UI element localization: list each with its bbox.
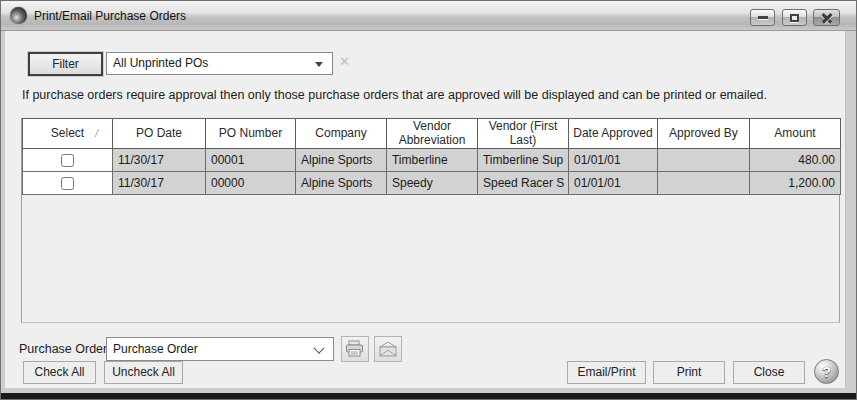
column-header-select[interactable]: Select / <box>23 119 113 149</box>
clear-filter-icon: ✕ <box>339 54 353 72</box>
column-header-approved-by[interactable]: Approved By <box>657 119 749 149</box>
help-button[interactable]: ? <box>814 359 839 384</box>
envelope-icon <box>378 341 398 357</box>
po-table: Select / PO Date PO Number Company Vendo… <box>22 118 841 195</box>
purchase-order-dropdown[interactable]: Purchase Order <box>106 337 334 361</box>
dialog-content: Filter All Unprinted POs ✕ If purchase o… <box>5 31 846 388</box>
table-row: 11/30/17 00001 Alpine Sports Timberline … <box>23 149 841 172</box>
approval-instruction-text: If purchase orders require approval then… <box>22 88 832 102</box>
cell-amount: 1,200.00 <box>749 172 840 195</box>
column-header-vendor-abbreviation[interactable]: Vendor Abbreviation <box>386 119 477 149</box>
column-header-amount[interactable]: Amount <box>749 119 840 149</box>
purchase-orders-grid: Select / PO Date PO Number Company Vendo… <box>21 118 840 323</box>
bottom-edge-strip <box>1 393 856 399</box>
header-row: Select / PO Date PO Number Company Vendo… <box>23 119 841 149</box>
printer-icon <box>345 340 365 358</box>
cell-po-number: 00000 <box>206 172 296 195</box>
cell-date-approved: 01/01/01 <box>568 149 657 172</box>
close-button[interactable] <box>813 9 840 26</box>
print-button[interactable]: Print <box>653 361 725 384</box>
chevron-down-icon <box>313 342 324 353</box>
email-button-icon-button[interactable] <box>374 336 402 362</box>
cell-vendor-first-last: Speed Racer S <box>477 172 568 195</box>
cell-select <box>23 172 113 195</box>
cell-date-approved: 01/01/01 <box>568 172 657 195</box>
app-orb-icon <box>10 7 27 24</box>
cell-po-date: 11/30/17 <box>112 149 205 172</box>
column-header-vendor-first-last[interactable]: Vendor (First Last) <box>477 119 568 149</box>
purchase-order-dropdown-value: Purchase Order <box>113 342 198 356</box>
sort-indicator-icon: / <box>95 128 98 140</box>
cell-select <box>23 149 113 172</box>
window-title: Print/Email Purchase Orders <box>34 9 186 23</box>
cell-approved-by <box>657 172 749 195</box>
print-preview-button[interactable] <box>341 336 369 362</box>
column-header-company[interactable]: Company <box>295 119 386 149</box>
minimize-icon <box>758 16 768 19</box>
check-all-button[interactable]: Check All <box>23 361 96 384</box>
maximize-icon <box>790 14 799 22</box>
cell-po-number: 00001 <box>206 149 296 172</box>
column-header-po-date[interactable]: PO Date <box>112 119 205 149</box>
column-header-po-number[interactable]: PO Number <box>206 119 296 149</box>
filter-button[interactable]: Filter <box>28 52 103 76</box>
filter-dropdown[interactable]: All Unprinted POs <box>106 52 333 75</box>
cell-amount: 480.00 <box>749 149 840 172</box>
dropdown-arrow-icon <box>315 62 323 67</box>
maximize-button[interactable] <box>782 9 807 26</box>
table-row: 11/30/17 00000 Alpine Sports Speedy Spee… <box>23 172 841 195</box>
cell-vendor-first-last: Timberline Sup <box>477 149 568 172</box>
print-email-purchase-orders-window: Print/Email Purchase Orders Filter All U… <box>0 0 857 400</box>
cell-po-date: 11/30/17 <box>112 172 205 195</box>
titlebar[interactable]: Print/Email Purchase Orders <box>1 1 856 31</box>
column-header-date-approved[interactable]: Date Approved <box>568 119 657 149</box>
row-checkbox[interactable] <box>61 177 74 190</box>
cell-company: Alpine Sports <box>295 172 386 195</box>
minimize-button[interactable] <box>750 9 775 26</box>
close-icon <box>821 12 833 24</box>
cell-company: Alpine Sports <box>295 149 386 172</box>
close-dialog-button[interactable]: Close <box>733 361 805 384</box>
uncheck-all-button[interactable]: Uncheck All <box>104 361 183 384</box>
cell-approved-by <box>657 149 749 172</box>
cell-vendor-abbreviation: Speedy <box>386 172 477 195</box>
filter-dropdown-value: All Unprinted POs <box>113 56 208 70</box>
purchase-order-label: Purchase Order <box>19 337 107 361</box>
email-print-button[interactable]: Email/Print <box>567 361 646 384</box>
cell-vendor-abbreviation: Timberline <box>386 149 477 172</box>
row-checkbox[interactable] <box>61 154 74 167</box>
